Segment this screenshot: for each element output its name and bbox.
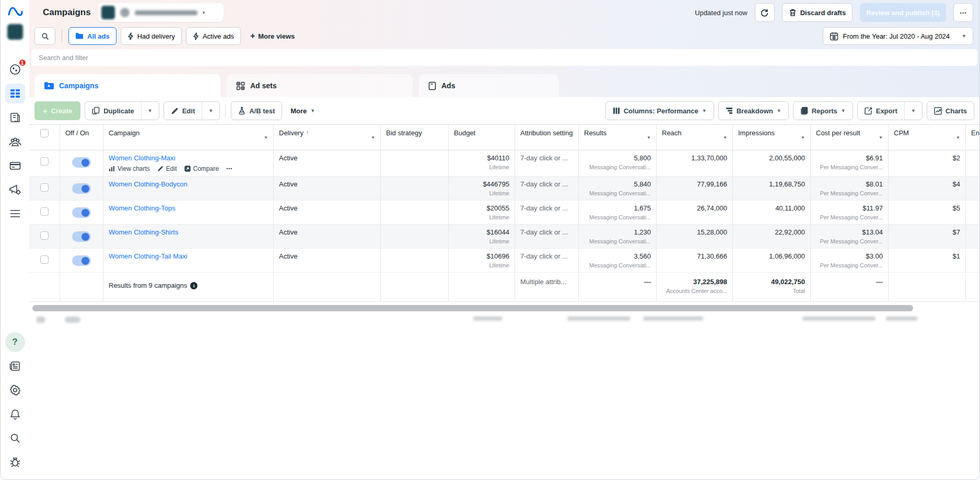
more-actions-button[interactable]: More▼: [286, 107, 319, 115]
search-tool-icon[interactable]: [5, 428, 25, 448]
sort-caret-icon: ▼: [956, 135, 960, 140]
view-all-ads[interactable]: All ads: [68, 27, 116, 45]
report-bug-icon[interactable]: [5, 452, 25, 472]
header-reach[interactable]: Reach▼: [657, 125, 733, 150]
info-icon[interactable]: i: [190, 282, 197, 289]
campaign-name-link[interactable]: Women Clothing-Bodycon: [109, 180, 268, 188]
more-views-button[interactable]: + More views: [245, 31, 300, 41]
select-all-checkbox: [40, 129, 49, 137]
account-overview-icon[interactable]: 1: [5, 60, 25, 79]
edit-button[interactable]: Edit: [164, 102, 202, 120]
row-checkbox-cell[interactable]: [29, 150, 60, 176]
table-row: Women Clothing-Tops View charts Edit: [29, 201, 980, 225]
row-checkbox-cell[interactable]: [29, 201, 60, 224]
notifications-bell-icon[interactable]: [5, 404, 25, 424]
delivery-cell: Active: [274, 249, 381, 272]
bid-strategy-cell: [381, 201, 449, 224]
duplicate-dropdown[interactable]: ▼: [141, 102, 159, 120]
create-button[interactable]: +Create: [34, 101, 80, 120]
settings-gear-icon[interactable]: [5, 380, 25, 400]
charts-button[interactable]: Charts: [927, 101, 974, 120]
discard-drafts-button[interactable]: Discard drafts: [782, 3, 853, 22]
all-tools-icon[interactable]: [5, 204, 25, 224]
ab-test-button[interactable]: A/B test: [231, 101, 282, 120]
delivery-cell: Active: [274, 225, 381, 248]
row-checkbox-cell[interactable]: [29, 249, 60, 272]
campaign-toggle[interactable]: [60, 249, 103, 272]
header-cpm[interactable]: CPM▼: [889, 125, 966, 150]
summary-row: Results from 9 campaigns i Multiple attr…: [29, 273, 980, 302]
ads-settings-icon[interactable]: [5, 180, 25, 200]
row-checkbox-cell[interactable]: [29, 225, 60, 248]
billing-icon[interactable]: [5, 156, 25, 175]
tab-campaigns[interactable]: Campaigns: [34, 74, 220, 97]
edit-action[interactable]: Edit: [157, 165, 177, 172]
cpm-cell: $2: [889, 150, 966, 176]
view-active-ads[interactable]: Active ads: [186, 27, 241, 45]
duplicate-button[interactable]: Duplicate: [85, 102, 141, 120]
search-filter-bar[interactable]: [31, 49, 977, 66]
header-bid-strategy[interactable]: Bid strategy: [381, 125, 449, 150]
audiences-icon[interactable]: [5, 132, 25, 151]
header-results[interactable]: Results▼: [579, 125, 657, 150]
header-delivery[interactable]: Delivery↑▼: [274, 125, 381, 150]
select-all-checkbox-cell[interactable]: [29, 125, 60, 150]
header-impressions[interactable]: Impressions▼: [733, 125, 811, 150]
header-budget[interactable]: Budget: [449, 125, 515, 150]
campaign-name-link[interactable]: Women Clothing-Shirts: [109, 228, 268, 236]
row-checkbox: [40, 157, 49, 166]
export-button[interactable]: Export: [858, 102, 904, 120]
view-charts-action[interactable]: View charts: [109, 165, 150, 172]
ends-cell: [966, 177, 980, 200]
campaign-name-link[interactable]: Women Clothing-Tops: [109, 204, 268, 212]
date-range-picker[interactable]: From the Year: Jul 2020 - Aug 2024 ▼: [823, 27, 973, 45]
ads-reporting-icon[interactable]: [5, 108, 25, 127]
header-off-on: Off / On: [60, 125, 103, 150]
campaign-toggle[interactable]: [60, 225, 103, 248]
scrollbar-thumb[interactable]: [32, 305, 913, 311]
more-options-button[interactable]: ⋯: [953, 3, 973, 22]
cpm-cell: $7: [889, 225, 966, 248]
tab-ads[interactable]: Ads: [419, 74, 559, 97]
ad-sets-grid-icon: [236, 81, 245, 90]
edit-dropdown[interactable]: ▼: [202, 102, 219, 120]
search-views-button[interactable]: [34, 27, 55, 45]
refresh-button[interactable]: [755, 3, 775, 22]
help-icon[interactable]: ?: [5, 332, 25, 352]
header-ends[interactable]: Ends: [966, 125, 980, 150]
campaign-name-link[interactable]: Women Clothing-Tail Maxi: [109, 252, 268, 260]
business-avatar[interactable]: [7, 24, 23, 40]
header-cost-per-result[interactable]: Cost per result▼: [811, 125, 889, 150]
delivery-cell: Active: [274, 150, 381, 176]
updated-status: Updated just now: [695, 9, 747, 17]
search-icon: [41, 32, 50, 41]
ad-account-selector[interactable]: ▾: [98, 3, 224, 22]
chart-icon: [934, 107, 942, 115]
compare-action[interactable]: Compare: [184, 165, 219, 172]
impressions-cell: 40,11,000: [733, 201, 811, 224]
view-had-delivery[interactable]: Had delivery: [121, 27, 182, 45]
search-filter-input[interactable]: [39, 54, 970, 62]
export-dropdown[interactable]: ▼: [904, 102, 922, 120]
campaign-name-link[interactable]: Women Clothing-Maxi: [109, 154, 268, 162]
updates-icon[interactable]: [5, 356, 25, 376]
campaign-toggle[interactable]: [60, 150, 103, 176]
cpm-cell: $4: [889, 177, 966, 200]
breakdown-button[interactable]: Breakdown▼: [718, 101, 789, 120]
tab-ad-sets[interactable]: Ad sets: [227, 74, 413, 97]
columns-button[interactable]: Columns: Performance▼: [605, 101, 714, 120]
campaign-toggle[interactable]: [60, 201, 103, 224]
breakdown-icon: [726, 107, 733, 114]
horizontal-scrollbar[interactable]: [31, 305, 978, 311]
review-and-publish-button[interactable]: Review and publish (3): [860, 3, 946, 22]
row-checkbox-cell[interactable]: [29, 177, 60, 200]
cost-per-result-cell: $6.91Per Messaging Conver...: [811, 150, 889, 176]
campaign-toggle[interactable]: [60, 177, 103, 200]
header-attribution[interactable]: Attribution setting: [515, 125, 579, 150]
sort-asc-icon: ↑: [306, 129, 309, 136]
header-campaign[interactable]: Campaign▼: [103, 125, 274, 150]
reports-button[interactable]: Reports▼: [793, 101, 853, 120]
sidebar-item-campaigns[interactable]: [5, 84, 25, 103]
results-cell: 1,675Messaging Conversati...: [579, 201, 657, 224]
row-more-action[interactable]: ⋯: [226, 165, 233, 172]
